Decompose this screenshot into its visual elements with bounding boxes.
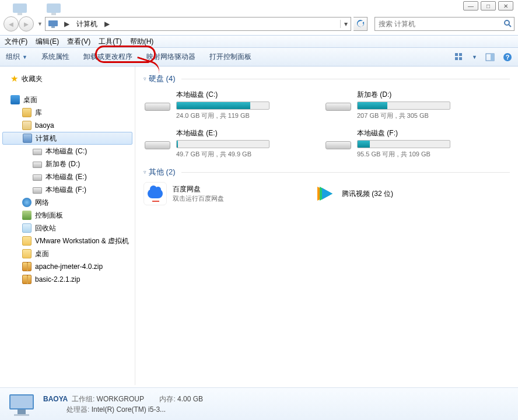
drive-item[interactable]: 本地磁盘 (F:)95.5 GB 可用 , 共 109 GB xyxy=(324,127,494,160)
baidu-icon xyxy=(144,182,167,205)
svg-rect-5 xyxy=(51,26,55,28)
status-memory-value: 4.00 GB xyxy=(177,395,203,403)
status-computer-name: BAOYA xyxy=(43,395,68,403)
group-hard-drives: ▿ 硬盘 (4) 本地磁盘 (C:)24.0 GB 可用 , 共 119 GB新… xyxy=(144,74,510,160)
maximize-button[interactable]: □ xyxy=(481,1,496,10)
organize-button[interactable]: 组织▼ xyxy=(6,52,27,62)
sidebar-item-label: 新加卷 (D:) xyxy=(46,159,80,169)
sidebar-drive-e[interactable]: 本地磁盘 (E:) xyxy=(0,170,135,183)
menu-tools[interactable]: 工具(T) xyxy=(99,37,121,47)
toolbar-system-properties[interactable]: 系统属性 xyxy=(41,52,69,62)
back-button[interactable]: ◄ xyxy=(4,16,19,32)
sidebar-item-label: 本地磁盘 (C:) xyxy=(46,146,87,156)
toolbar-uninstall-programs[interactable]: 卸载或更改程序 xyxy=(83,52,132,62)
address-dropdown[interactable]: ▾ xyxy=(340,20,351,28)
sidebar-drive-f[interactable]: 本地磁盘 (F:) xyxy=(0,183,135,196)
menu-view[interactable]: 查看(V) xyxy=(67,37,90,47)
menu-edit[interactable]: 编辑(E) xyxy=(36,37,59,47)
other-item-name: 腾讯视频 (32 位) xyxy=(342,189,393,199)
drive-item[interactable]: 本地磁盘 (C:)24.0 GB 可用 , 共 119 GB xyxy=(144,89,313,121)
sidebar-user[interactable]: baoya xyxy=(0,119,135,132)
sidebar-desktop[interactable]: 桌面 xyxy=(0,93,135,106)
status-memory-label: 内存: xyxy=(159,395,175,403)
status-text: BAOYA 工作组: WORKGROUP 内存: 4.00 GB 处理器: In… xyxy=(43,394,203,415)
collapse-triangle-icon: ▿ xyxy=(144,169,146,175)
group-title: 硬盘 (4) xyxy=(149,74,176,84)
svg-rect-4 xyxy=(48,20,58,26)
computer-icon xyxy=(23,134,32,143)
drive-usage-bar xyxy=(176,102,270,110)
network-icon xyxy=(22,198,32,207)
drive-icon xyxy=(145,90,170,111)
sidebar-drive-d[interactable]: 新加卷 (D:) xyxy=(0,158,135,170)
view-mode-button[interactable] xyxy=(454,52,464,62)
preview-pane-button[interactable] xyxy=(485,52,495,62)
content-area: ★ 收藏夹 桌面 库 baoya 计算机 本地磁盘 (C:) 新加卷 (D:) xyxy=(0,66,518,385)
sidebar-recycle-bin[interactable]: 回收站 xyxy=(0,222,135,235)
desktop-icon xyxy=(10,95,20,104)
refresh-button[interactable] xyxy=(354,17,368,31)
other-item-tencent[interactable]: 腾讯视频 (32 位) xyxy=(313,182,464,205)
drive-usage-bar xyxy=(176,140,270,148)
forward-button[interactable]: ► xyxy=(19,16,34,32)
svg-rect-8 xyxy=(455,53,458,56)
main-panel: ▿ 硬盘 (4) 本地磁盘 (C:)24.0 GB 可用 , 共 119 GB新… xyxy=(135,66,518,385)
drive-item[interactable]: 新加卷 (D:)207 GB 可用 , 共 305 GB xyxy=(324,89,494,121)
drive-item[interactable]: 本地磁盘 (E:)49.7 GB 可用 , 共 49.9 GB xyxy=(144,127,313,160)
control-panel-icon xyxy=(22,211,32,220)
minimize-button[interactable]: — xyxy=(463,1,478,10)
help-button[interactable]: ? xyxy=(503,52,512,62)
menu-file[interactable]: 文件(F) xyxy=(5,37,27,47)
status-workgroup-label: 工作组: xyxy=(72,395,94,403)
sidebar-favorites[interactable]: ★ 收藏夹 xyxy=(0,72,135,85)
sidebar-desktop-folder[interactable]: 桌面 xyxy=(0,247,135,260)
svg-rect-13 xyxy=(491,54,494,61)
sidebar-network[interactable]: 网络 xyxy=(0,196,135,209)
divider xyxy=(181,79,510,79)
svg-text:?: ? xyxy=(506,54,510,61)
svg-rect-19 xyxy=(14,414,29,416)
drives-list: 本地磁盘 (C:)24.0 GB 可用 , 共 119 GB新加卷 (D:)20… xyxy=(144,89,510,160)
group-header[interactable]: ▿ 其他 (2) xyxy=(144,167,510,177)
address-bar[interactable]: ▶ 计算机 ▶ ▾ xyxy=(45,17,351,31)
group-header[interactable]: ▿ 硬盘 (4) xyxy=(144,74,510,84)
sidebar-basic-zip[interactable]: basic-2.2.1.zip xyxy=(0,273,135,286)
nav-row: ◄ ► ▼ ▶ 计算机 ▶ ▾ xyxy=(0,15,518,33)
sidebar-item-label: 桌面 xyxy=(35,249,49,259)
other-item-baidu[interactable]: 百度网盘 双击运行百度网盘 xyxy=(144,182,295,205)
menu-bar: 文件(F) 编辑(E) 查看(V) 工具(T) 帮助(H) xyxy=(0,35,518,48)
sidebar-item-label: 库 xyxy=(35,108,42,118)
crumb-arrow[interactable]: ▶ xyxy=(101,19,113,29)
recycle-bin-icon xyxy=(22,223,32,233)
zip-icon xyxy=(22,262,32,271)
user-icon xyxy=(22,121,32,130)
sidebar-control-panel[interactable]: 控制面板 xyxy=(0,209,135,222)
sidebar-jmeter-zip[interactable]: apache-jmeter-4.0.zip xyxy=(0,260,135,273)
drive-stat: 95.5 GB 可用 , 共 109 GB xyxy=(357,150,492,159)
drive-stat: 49.7 GB 可用 , 共 49.9 GB xyxy=(176,150,312,159)
sidebar-library[interactable]: 库 xyxy=(0,106,135,119)
sidebar-vmware[interactable]: VMware Workstation & 虚拟机 xyxy=(0,235,135,247)
sidebar-item-label: baoya xyxy=(35,121,54,130)
history-dropdown[interactable]: ▼ xyxy=(37,21,43,27)
sidebar-computer[interactable]: 计算机 xyxy=(2,132,132,145)
toolbar-control-panel[interactable]: 打开控制面板 xyxy=(209,52,251,62)
crumb-computer[interactable]: 计算机 xyxy=(73,18,101,30)
sidebar-item-label: 控制面板 xyxy=(35,211,63,220)
drive-usage-bar xyxy=(357,102,450,110)
other-list: 百度网盘 双击运行百度网盘 腾讯视频 (32 位) xyxy=(144,182,510,205)
svg-point-6 xyxy=(505,20,509,25)
search-icon[interactable] xyxy=(501,19,514,29)
drive-icon xyxy=(326,90,351,111)
menu-help[interactable]: 帮助(H) xyxy=(130,37,154,47)
folder-icon xyxy=(22,249,32,258)
svg-rect-10 xyxy=(455,57,458,60)
sidebar-drive-c[interactable]: 本地磁盘 (C:) xyxy=(0,145,135,158)
search-input[interactable] xyxy=(375,19,501,29)
search-box[interactable] xyxy=(374,17,514,31)
drive-icon xyxy=(33,174,42,181)
crumb-arrow[interactable]: ▶ xyxy=(61,19,73,29)
zip-icon xyxy=(22,275,32,284)
toolbar-map-network-drive[interactable]: 映射网络驱动器 xyxy=(146,52,195,62)
close-button[interactable]: ✕ xyxy=(498,1,513,10)
